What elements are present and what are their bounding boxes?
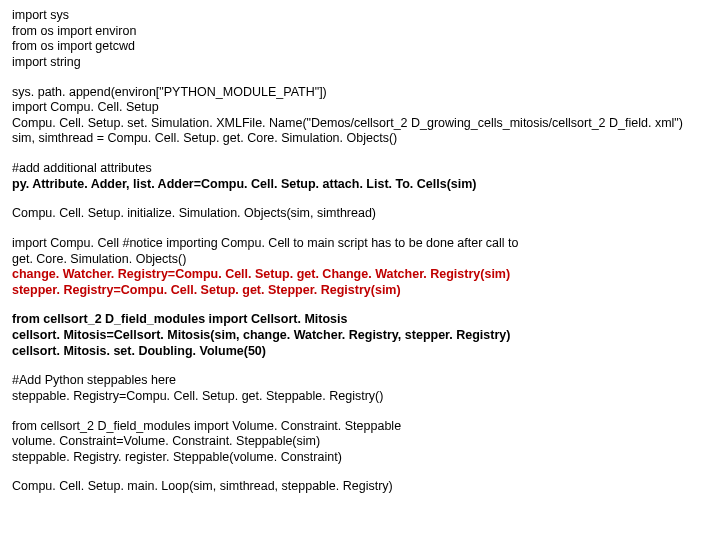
code-line: steppable. Registry=Compu. Cell. Setup. … [12,389,708,405]
code-line: from cellsort_2 D_field_modules import V… [12,419,708,435]
blank-line [12,465,708,479]
code-line: get. Core. Simulation. Objects() [12,252,708,268]
code-line: sys. path. append(environ["PYTHON_MODULE… [12,85,708,101]
code-line: Compu. Cell. Setup. set. Simulation. XML… [12,116,708,132]
code-line: cellsort. Mitosis. set. Doubling. Volume… [12,344,708,360]
code-line: Compu. Cell. Setup. main. Loop(sim, simt… [12,479,708,495]
code-line: import string [12,55,708,71]
code-line: steppable. Registry. register. Steppable… [12,450,708,466]
code-line: Compu. Cell. Setup. initialize. Simulati… [12,206,708,222]
code-line: from os import getcwd [12,39,708,55]
code-line: from cellsort_2 D_field_modules import C… [12,312,708,328]
code-line: import Compu. Cell. Setup [12,100,708,116]
code-line: #add additional attributes [12,161,708,177]
code-line: py. Attribute. Adder, list. Adder=Compu.… [12,177,708,193]
code-line: stepper. Registry=Compu. Cell. Setup. ge… [12,283,708,299]
blank-line [12,192,708,206]
blank-line [12,298,708,312]
code-line: volume. Constraint=Volume. Constraint. S… [12,434,708,450]
code-line: from os import environ [12,24,708,40]
blank-line [12,71,708,85]
blank-line [12,222,708,236]
code-line: import sys [12,8,708,24]
code-line: sim, simthread = Compu. Cell. Setup. get… [12,131,708,147]
code-line: #Add Python steppables here [12,373,708,389]
blank-line [12,359,708,373]
code-line: change. Watcher. Registry=Compu. Cell. S… [12,267,708,283]
blank-line [12,405,708,419]
code-block: import sysfrom os import environfrom os … [12,8,708,495]
code-line: cellsort. Mitosis=Cellsort. Mitosis(sim,… [12,328,708,344]
blank-line [12,147,708,161]
code-line: import Compu. Cell #notice importing Com… [12,236,708,252]
